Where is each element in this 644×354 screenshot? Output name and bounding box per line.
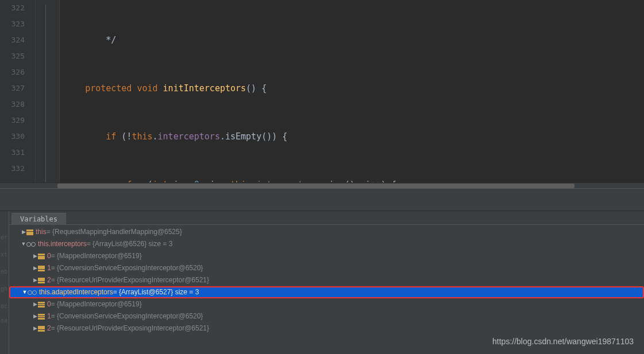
var-name: this bbox=[36, 226, 47, 238]
line-number: 332 bbox=[0, 161, 25, 177]
var-value: = {ArrayList@6527} size = 3 bbox=[113, 286, 199, 298]
expand-arrow-icon[interactable]: ▶ bbox=[32, 298, 38, 310]
expand-arrow-icon[interactable]: ▶ bbox=[32, 274, 38, 286]
line-number: 328 bbox=[0, 96, 25, 112]
debug-panel: erv xt.s eb.s ghF act ea Variables ▶ thi… bbox=[0, 211, 644, 354]
var-name: 0 bbox=[47, 298, 51, 310]
line-number-gutter: 322 323 324 325 326 327 328 329 330 331 … bbox=[0, 0, 36, 182]
side-tab-label: act bbox=[1, 303, 7, 309]
code-line: for (int i = 0; i < this.interceptors.si… bbox=[60, 177, 644, 182]
field-icon bbox=[38, 254, 45, 259]
var-row-item[interactable]: ▶ 2 = {ResourceUrlProviderExposingInterc… bbox=[9, 274, 644, 286]
fold-gutter[interactable] bbox=[36, 0, 60, 182]
var-row-interceptors[interactable]: ▼ this.interceptors = {ArrayList@6526} s… bbox=[9, 238, 644, 250]
var-row-item[interactable]: ▶ 2 = {ResourceUrlProviderExposingInterc… bbox=[9, 322, 644, 334]
var-name: 2 bbox=[47, 322, 51, 334]
debug-side-tabs[interactable]: erv xt.s eb.s ghF act ea bbox=[0, 211, 9, 354]
panel-divider[interactable] bbox=[0, 188, 644, 211]
line-number: 322 bbox=[0, 0, 25, 16]
keyword: protected bbox=[85, 83, 132, 94]
keyword: int bbox=[153, 180, 168, 182]
field-icon bbox=[38, 326, 45, 332]
line-number: 327 bbox=[0, 80, 25, 96]
side-tab-label: erv bbox=[1, 234, 7, 240]
field-icon bbox=[38, 266, 45, 271]
var-row-this[interactable]: ▶ this = {RequestMappingHandlerMapping@6… bbox=[9, 226, 644, 238]
var-value: = {ConversionServiceExposingInterceptor@… bbox=[51, 310, 203, 322]
keyword: this bbox=[132, 131, 152, 142]
side-tab-label: eb.s bbox=[1, 269, 7, 275]
watermark-text: https://blog.csdn.net/wangwei19871103 bbox=[492, 337, 634, 346]
tab-variables[interactable]: Variables bbox=[11, 213, 66, 225]
scrollbar-thumb[interactable] bbox=[57, 184, 574, 188]
line-number: 326 bbox=[0, 64, 25, 80]
line-number: 330 bbox=[0, 129, 25, 145]
collapse-arrow-icon[interactable]: ▼ bbox=[21, 238, 26, 250]
debug-tab-row: Variables bbox=[9, 211, 644, 225]
expand-arrow-icon[interactable]: ▶ bbox=[32, 262, 38, 274]
var-row-item[interactable]: ▶ 0 = {MappedInterceptor@6519} bbox=[9, 250, 644, 262]
var-name: 2 bbox=[47, 274, 51, 286]
var-value: = {ResourceUrlProviderExposingIntercepto… bbox=[51, 322, 209, 334]
var-name: 1 bbox=[47, 262, 51, 274]
var-value: = {ArrayList@6526} size = 3 bbox=[87, 238, 173, 250]
var-name: 1 bbox=[47, 310, 51, 322]
var-name: 0 bbox=[47, 250, 51, 262]
code-editor[interactable]: 322 323 324 325 326 327 328 329 330 331 … bbox=[0, 0, 644, 182]
field-icon bbox=[38, 302, 45, 308]
var-row-item[interactable]: ▶ 1 = {ConversionServiceExposingIntercep… bbox=[9, 310, 644, 322]
var-row-item[interactable]: ▶ 0 = {MappedInterceptor@6519} bbox=[9, 298, 644, 310]
field-icon bbox=[26, 229, 33, 235]
horizontal-scrollbar[interactable] bbox=[0, 182, 644, 188]
keyword: if bbox=[106, 131, 116, 142]
method-name: initInterceptors bbox=[163, 83, 246, 94]
watch-icon bbox=[28, 290, 37, 295]
var-name: this.interceptors bbox=[38, 238, 87, 250]
var-value: = {MappedInterceptor@6519} bbox=[51, 250, 142, 262]
var-row-adapted-interceptors-selected[interactable]: ▼ this.adaptedInterceptors = {ArrayList@… bbox=[9, 286, 644, 298]
line-number: 329 bbox=[0, 112, 25, 129]
keyword: for bbox=[126, 180, 142, 182]
var-name: this.adaptedInterceptors bbox=[39, 286, 113, 298]
collapse-arrow-icon[interactable]: ▼ bbox=[22, 286, 28, 298]
code-line: */ bbox=[60, 32, 644, 48]
code-content[interactable]: */ protected void initInterceptors() { i… bbox=[60, 0, 644, 182]
side-tab-label: xt.s bbox=[1, 251, 7, 258]
variables-tree[interactable]: ▶ this = {RequestMappingHandlerMapping@6… bbox=[9, 225, 644, 334]
field-icon bbox=[38, 314, 45, 320]
field-icon bbox=[38, 278, 45, 283]
side-tab-label: ghF bbox=[1, 286, 7, 292]
var-value: = {MappedInterceptor@6519} bbox=[51, 298, 142, 310]
var-value: = {ConversionServiceExposingInterceptor@… bbox=[51, 262, 203, 274]
code-line: protected void initInterceptors() { bbox=[60, 80, 644, 96]
line-number: 325 bbox=[0, 48, 25, 64]
field: interceptors bbox=[158, 131, 220, 142]
keyword: void bbox=[137, 83, 157, 94]
line-number: 331 bbox=[0, 145, 25, 161]
expand-arrow-icon[interactable]: ▶ bbox=[21, 226, 26, 238]
var-row-item[interactable]: ▶ 1 = {ConversionServiceExposingIntercep… bbox=[9, 262, 644, 274]
var-value: = {RequestMappingHandlerMapping@6525} bbox=[47, 226, 182, 238]
watch-icon bbox=[26, 242, 36, 247]
expand-arrow-icon[interactable]: ▶ bbox=[32, 310, 38, 322]
debug-body: Variables ▶ this = {RequestMappingHandle… bbox=[9, 211, 644, 354]
line-number: 323 bbox=[0, 16, 25, 32]
var-value: = {ResourceUrlProviderExposingIntercepto… bbox=[51, 274, 209, 286]
expand-arrow-icon[interactable]: ▶ bbox=[32, 322, 38, 334]
side-tab-label: ea bbox=[1, 317, 7, 324]
line-number: 324 bbox=[0, 32, 25, 48]
fold-guide-line bbox=[45, 5, 46, 182]
code-line: if (!this.interceptors.isEmpty()) { bbox=[60, 129, 644, 145]
expand-arrow-icon[interactable]: ▶ bbox=[32, 250, 38, 262]
